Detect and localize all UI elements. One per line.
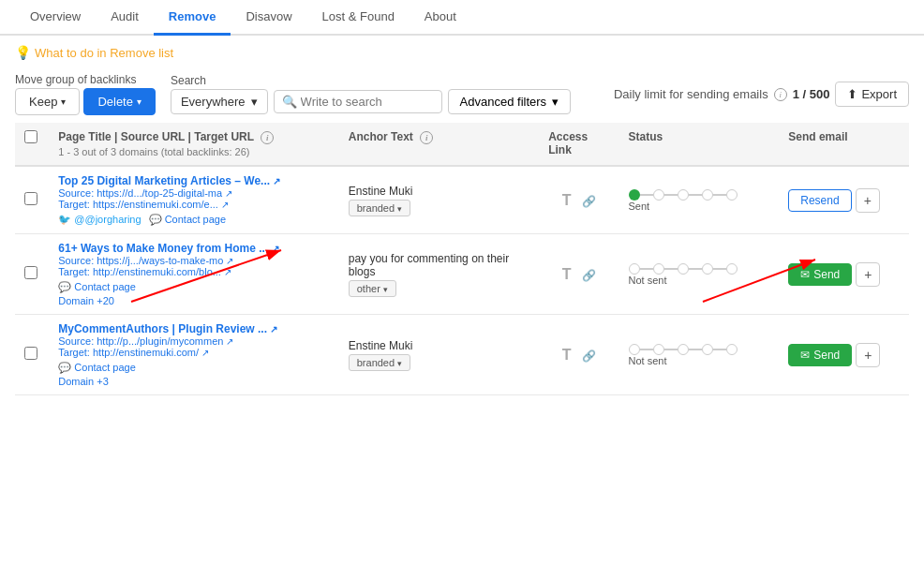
- tab-about[interactable]: About: [410, 0, 471, 36]
- contact-link-3[interactable]: 💬 Contact page: [58, 362, 136, 374]
- send-button-2[interactable]: ✉ Send: [788, 263, 852, 286]
- daily-limit-section: Daily limit for sending emails i 1 / 500…: [614, 82, 909, 107]
- status-dot-empty-2-1: [653, 263, 664, 275]
- table-row: MyCommentAuthors | Plugin Review ... ↗ S…: [15, 315, 909, 395]
- status-dot-empty-1-2: [678, 189, 689, 201]
- cell-status-2: Not sent: [619, 234, 780, 315]
- source-external-icon-2: ↗: [226, 256, 233, 266]
- help-link[interactable]: What to do in Remove list: [15, 45, 909, 60]
- tab-overview[interactable]: Overview: [15, 0, 96, 36]
- target-url-2[interactable]: Target: http://enstinemuki.com/blo... ↗: [58, 266, 329, 277]
- tab-bar: Overview Audit Remove Disavow Lost & Fou…: [0, 0, 924, 36]
- search-icon: 🔍: [282, 95, 297, 109]
- page-title-info-icon[interactable]: i: [261, 131, 274, 144]
- anchor-badge-3[interactable]: branded ▾: [349, 354, 410, 371]
- search-label: Search: [171, 74, 571, 87]
- col-header-status: Status: [619, 123, 780, 166]
- action-btns-3: ✉ Send +: [788, 343, 900, 367]
- cell-anchor-2: pay you for commenting on their blogs ot…: [339, 234, 539, 315]
- cell-send-email-3: ✉ Send +: [779, 315, 909, 395]
- row-checkbox-3[interactable]: [24, 347, 37, 360]
- col-header-anchor-text: Anchor Text i: [339, 123, 539, 166]
- everywhere-caret-icon: ▾: [251, 95, 258, 109]
- row-checkbox-2[interactable]: [24, 266, 37, 279]
- tab-lost-found[interactable]: Lost & Found: [307, 0, 410, 36]
- status-dot-empty-2-2: [678, 263, 689, 275]
- table-row: Top 25 Digital Marketing Articles – We..…: [15, 166, 909, 234]
- adv-filters-caret-icon: ▾: [552, 95, 559, 109]
- anchor-author-1: Enstine Muki: [349, 185, 529, 198]
- send-button-3[interactable]: ✉ Send: [788, 344, 852, 366]
- tab-remove[interactable]: Remove: [154, 0, 231, 36]
- cell-send-email-1: Resend +: [779, 166, 909, 234]
- backlinks-table-wrap: Page Title | Source URL | Target URL i 1…: [0, 123, 924, 395]
- search-input[interactable]: [301, 95, 432, 109]
- domain-plus-2[interactable]: Domain +20: [58, 295, 329, 306]
- contact-link-1[interactable]: 💬 Contact page: [149, 214, 227, 226]
- send-email-icon-2: ✉: [800, 268, 810, 281]
- controls-row: Move group of backlinks Keep ▾ Delete ▾ …: [0, 66, 924, 123]
- page-title-text-2: 61+ Ways to Make Money from Home ... ↗: [58, 242, 329, 255]
- plus-icon-3: +: [864, 348, 872, 363]
- status-dot-empty-3-3: [702, 344, 713, 355]
- status-line-seg-1-0: [640, 194, 653, 196]
- anchor-badge-1[interactable]: branded ▾: [349, 200, 410, 216]
- resend-button-1[interactable]: Resend: [788, 189, 851, 212]
- status-dot-empty-1-1: [653, 189, 664, 201]
- keep-delete-group: Keep ▾ Delete ▾: [15, 88, 156, 115]
- status-line-seg-1-1: [664, 194, 678, 196]
- everywhere-label: Everywhere: [181, 95, 246, 109]
- anchor-text-info-icon[interactable]: i: [420, 131, 433, 144]
- status-line-seg-3-3: [713, 349, 726, 350]
- status-line-seg-2-2: [689, 268, 702, 270]
- twitter-link-1[interactable]: 🐦 @@jorgharing: [58, 214, 141, 226]
- cell-send-email-2: ✉ Send +: [779, 234, 909, 315]
- status-label-1: Sent: [629, 201, 770, 212]
- domain-plus-3[interactable]: Domain +3: [58, 376, 329, 387]
- cell-access-link-1: T 🔗: [539, 166, 618, 234]
- cell-page-title-3: MyCommentAuthors | Plugin Review ... ↗ S…: [49, 315, 338, 395]
- target-external-icon-2: ↗: [224, 267, 231, 277]
- status-dot-empty-3-4: [726, 344, 738, 355]
- target-url-1[interactable]: Target: https://enstinemuki.com/e... ↗: [58, 199, 329, 210]
- backlinks-count: 1 - 3 out of 3 domains (total backlinks:…: [58, 146, 329, 157]
- col-header-page-title: Page Title | Source URL | Target URL i 1…: [49, 123, 338, 166]
- add-email-button-1[interactable]: +: [856, 188, 880, 213]
- source-external-icon-1: ↗: [225, 188, 232, 199]
- delete-button[interactable]: Delete ▾: [83, 88, 156, 115]
- status-dot-empty-2-4: [726, 263, 738, 275]
- target-url-3[interactable]: Target: http://enstinemuki.com/ ↗: [58, 347, 329, 358]
- add-email-button-3[interactable]: +: [856, 343, 880, 367]
- contact-link-2[interactable]: 💬 Contact page: [58, 281, 136, 293]
- external-icon-3: ↗: [270, 324, 277, 335]
- source-url-2[interactable]: Source: https://j.../ways-to-make-mo ↗: [58, 255, 329, 266]
- status-dot-empty-1-4: [726, 189, 738, 201]
- select-all-checkbox[interactable]: [24, 130, 37, 143]
- cell-anchor-1: Enstine Muki branded ▾: [339, 166, 539, 234]
- source-url-3[interactable]: Source: http://p.../plugin/mycommen ↗: [58, 335, 329, 347]
- advanced-filters-button[interactable]: Advanced filters ▾: [448, 89, 572, 114]
- status-line-seg-2-0: [640, 268, 653, 270]
- source-url-1[interactable]: Source: https://d.../top-25-digital-ma ↗: [58, 187, 329, 199]
- add-email-button-2[interactable]: +: [856, 262, 880, 287]
- anchor-badge-2[interactable]: other ▾: [349, 280, 396, 297]
- target-external-icon-1: ↗: [221, 200, 229, 210]
- status-dots-row-3: [629, 344, 770, 355]
- status-line-seg-2-1: [664, 268, 678, 270]
- tab-disavow[interactable]: Disavow: [231, 0, 306, 36]
- action-btns-2: ✉ Send +: [788, 262, 900, 287]
- everywhere-dropdown[interactable]: Everywhere ▾: [171, 89, 268, 114]
- backlinks-table: Page Title | Source URL | Target URL i 1…: [15, 123, 909, 395]
- link-icon-2: 🔗: [582, 269, 596, 282]
- keep-button[interactable]: Keep ▾: [15, 88, 80, 115]
- export-button[interactable]: ⬆ Export: [835, 82, 909, 107]
- status-line-seg-3-2: [689, 349, 702, 350]
- link-icon-1: 🔗: [582, 195, 596, 208]
- daily-limit-info-icon[interactable]: i: [774, 88, 787, 101]
- status-dot-empty-3-1: [653, 344, 664, 355]
- row-checkbox-1[interactable]: [24, 192, 37, 205]
- t-icon-1: T: [562, 192, 572, 208]
- t-icon-3: T: [562, 347, 572, 363]
- daily-limit-label: Daily limit for sending emails: [614, 87, 768, 101]
- tab-audit[interactable]: Audit: [96, 0, 154, 36]
